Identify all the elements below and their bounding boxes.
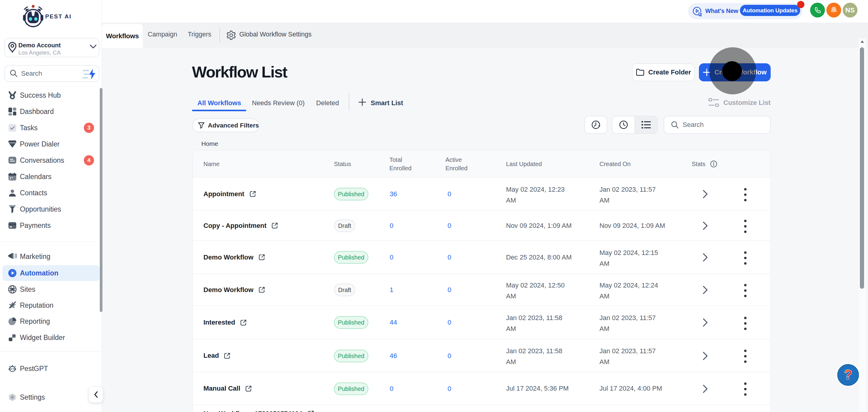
- svg-text:?: ?: [844, 367, 852, 382]
